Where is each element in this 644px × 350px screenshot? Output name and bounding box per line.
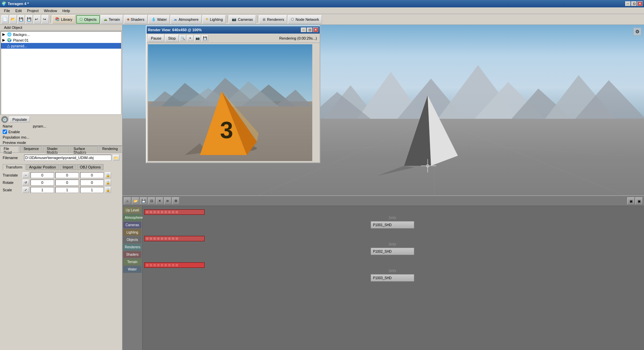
atmosphere-icon: ☁ <box>173 17 177 21</box>
restore-btn[interactable]: ◻ <box>631 1 637 6</box>
right-area: ⚙ Render View: 640x450 @ 100% ─ ◻ ✕ Paus… <box>122 25 644 350</box>
rotate-y[interactable] <box>55 180 79 186</box>
file-section: Filename 📁 <box>0 152 122 163</box>
svg-marker-16 <box>377 166 414 176</box>
menu-window[interactable]: Window <box>41 8 60 13</box>
node-box-1[interactable]: P1001_SHD <box>371 221 414 229</box>
filename-input[interactable] <box>24 155 111 161</box>
save-btn[interactable]: 💾 <box>17 15 25 24</box>
lighting-btn[interactable]: ☀ Lighting <box>202 15 226 24</box>
scale-x[interactable] <box>31 187 54 193</box>
node-home-btn[interactable]: ⌂ <box>124 197 131 205</box>
dialog-close-btn[interactable]: ✕ <box>313 28 318 32</box>
scale-z[interactable] <box>80 187 104 193</box>
translate-x[interactable] <box>31 172 54 178</box>
save-as-btn[interactable]: 💾 <box>25 15 33 24</box>
node-header-2[interactable] <box>144 236 205 241</box>
node-zoom-fit-btn[interactable]: ⊡ <box>148 197 155 205</box>
t-tab-obj[interactable]: OBJ Options <box>77 164 104 170</box>
enable-checkbox[interactable] <box>3 130 7 134</box>
node-side-shaders[interactable]: Shaders <box>123 251 142 258</box>
node-header-1[interactable] <box>144 209 205 215</box>
node-delete-btn[interactable]: ✕ <box>156 197 163 205</box>
redo-btn[interactable]: ↪ <box>42 15 49 24</box>
node-box-2[interactable]: P1002_SHD <box>371 248 414 255</box>
save-render-icon[interactable]: 💾 <box>202 35 208 41</box>
dialog-restore-btn[interactable]: ◻ <box>307 28 312 32</box>
close-btn[interactable]: ✕ <box>637 1 643 6</box>
library-btn[interactable]: 📚 Library <box>52 15 75 24</box>
dialog-minimize-btn[interactable]: ─ <box>301 28 306 32</box>
viewport-3d[interactable]: ⚙ Render View: 640x450 @ 100% ─ ◻ ✕ Paus… <box>122 25 644 196</box>
tab-file-read[interactable]: File Read <box>0 146 19 152</box>
rotate-icon[interactable]: ↺ <box>22 180 29 186</box>
tab-sequence[interactable]: Sequence <box>20 146 42 152</box>
atmosphere-btn[interactable]: ☁ Atmosphere <box>170 15 201 24</box>
node-dashes-3 <box>146 264 178 266</box>
menu-file[interactable]: File <box>1 8 13 13</box>
new-btn[interactable]: 📄 <box>1 15 9 24</box>
node-side-water[interactable]: Water <box>123 266 142 273</box>
node-network-btn[interactable]: ⬡ Node Network <box>288 15 322 24</box>
node-side-renderers[interactable]: Renderers <box>123 244 142 251</box>
menu-project[interactable]: Project <box>24 8 41 13</box>
rotate-z[interactable] <box>80 180 104 186</box>
tree-item-background[interactable]: ▶ 🌐 Backgro... <box>1 32 121 37</box>
node-open-btn[interactable]: 📂 <box>132 197 139 205</box>
viewport-settings-btn[interactable]: ⚙ <box>633 28 641 36</box>
undo-btn[interactable]: ↩ <box>34 15 41 24</box>
translate-y[interactable] <box>55 172 79 178</box>
scale-icon[interactable]: ⤢ <box>22 187 29 193</box>
tab-surface-shaders[interactable]: Surface Shaders <box>70 146 98 152</box>
node-box-3[interactable]: P1003_SHD <box>371 274 414 282</box>
node-side-up-level[interactable]: Up Level <box>123 207 142 214</box>
t-tab-import[interactable]: Import <box>60 164 76 170</box>
menu-help[interactable]: Help <box>60 8 73 13</box>
stop-btn[interactable]: Stop <box>165 35 179 42</box>
renderers-btn[interactable]: 🖥 Renderers <box>259 15 287 24</box>
node-save-btn[interactable]: 💾 <box>140 197 147 205</box>
translate-lock[interactable]: 🔒 <box>105 172 111 178</box>
node-settings-btn[interactable]: ⚙ <box>172 197 179 205</box>
populate-btn[interactable]: Populate <box>9 116 30 122</box>
menu-edit[interactable]: Edit <box>13 8 24 13</box>
zoom-in-icon[interactable]: + <box>187 35 194 41</box>
node-header-3[interactable] <box>144 262 205 268</box>
t-tab-angular[interactable]: Angular Position <box>26 164 59 170</box>
shaders-btn[interactable]: ◈ Shaders <box>124 15 148 24</box>
node-side-lighting[interactable]: Lighting <box>123 229 142 236</box>
node-side-atmosphere[interactable]: Atmosphere <box>123 214 142 221</box>
cameras-btn[interactable]: 📷 Cameras <box>229 15 256 24</box>
tree-item-pyramid[interactable]: △ pyramid... <box>1 43 121 49</box>
scale-lock[interactable]: 🔒 <box>105 187 111 193</box>
node-side-terrain[interactable]: Terrain <box>123 258 142 265</box>
node-content: SH0r P1001_SHD <box>144 209 641 289</box>
node-panel-resize-1[interactable]: ▣ <box>627 197 635 205</box>
translate-icon[interactable]: ↔ <box>22 172 29 178</box>
objects-btn[interactable]: ⬡ Objects <box>76 15 100 24</box>
open-btn[interactable]: 📂 <box>9 15 17 24</box>
translate-z[interactable] <box>80 172 104 178</box>
rotate-lock[interactable]: 🔒 <box>105 180 111 186</box>
water-btn[interactable]: 💧 Water <box>148 15 170 24</box>
scale-y[interactable] <box>55 187 79 193</box>
scene-tree[interactable]: ▶ 🌐 Backgro... ▶ 🌍 Planet 01 △ pyramid..… <box>1 31 121 115</box>
zoom-icon[interactable]: 🔍 <box>179 35 186 41</box>
node-side-cameras[interactable]: Cameras <box>123 221 142 229</box>
tab-rendering[interactable]: Rendering <box>99 146 121 152</box>
node-dash <box>153 211 156 213</box>
minimize-btn[interactable]: ─ <box>625 1 631 6</box>
rotate-x[interactable] <box>31 180 54 186</box>
terrain-btn[interactable]: ⛰ Terrain <box>101 15 123 24</box>
node-canvas[interactable]: Up Level Atmosphere Cameras Lighting Obj… <box>122 206 644 350</box>
tree-item-planet[interactable]: ▶ 🌍 Planet 01 <box>1 37 121 43</box>
t-tab-transform[interactable]: Transform <box>3 164 25 170</box>
node-connect-btn[interactable]: ⊳ <box>164 197 171 205</box>
node-panel-resize-2[interactable]: ▣ <box>635 197 643 205</box>
tab-shader-models[interactable]: Shader Models <box>43 146 69 152</box>
add-object-btn[interactable]: Add Object <box>1 24 25 31</box>
browse-btn[interactable]: 📁 <box>113 155 119 161</box>
pause-btn[interactable]: Pause <box>148 35 164 42</box>
camera-icon[interactable]: 📷 <box>194 35 201 41</box>
node-side-objects[interactable]: Objects <box>123 236 142 243</box>
